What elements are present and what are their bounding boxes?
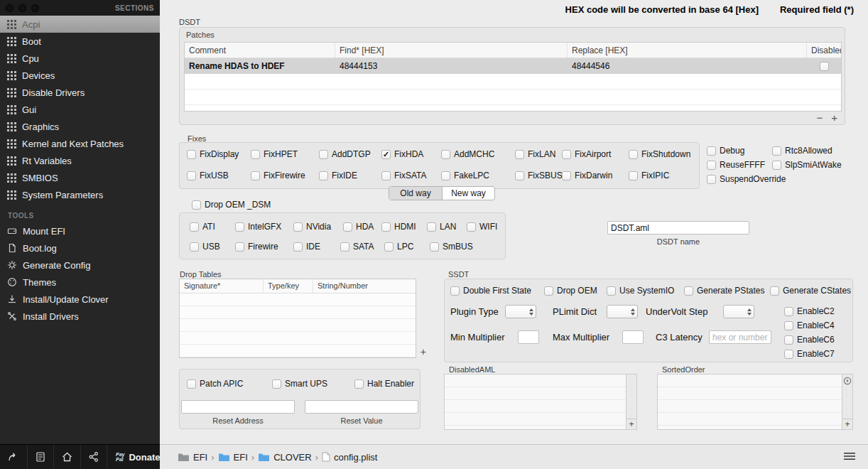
breadcrumb-config-plist[interactable]: config.plist [322,452,377,463]
c3-latency-input[interactable] [709,330,771,344]
column-disabled[interactable]: Disabled [807,43,841,58]
column-type-key[interactable]: Type/key [264,279,313,293]
checkbox-fixlan[interactable]: FixLAN [515,149,562,159]
sorted-order-list[interactable]: + [657,374,853,430]
plugin-type-dropdown[interactable] [505,305,536,318]
column-signature[interactable]: Signature* [180,279,264,293]
sidebar-item-install-update-clover[interactable]: Install/Update Clover [0,291,160,308]
column-find-hex[interactable]: Find* [HEX] [335,43,568,58]
plimit-dict-dropdown[interactable] [607,305,638,318]
segment-old-way[interactable]: Old way [389,187,442,200]
add-sorted-order-button[interactable]: + [842,419,852,429]
checkbox-fixfirewire[interactable]: FixFirewire [251,171,319,180]
sidebar-item-mount-efi[interactable]: Mount EFI [0,222,160,239]
checkbox-generate-cstates[interactable]: Generate CStates [770,286,851,296]
patch-row-rename-hdas[interactable]: Rename HDAS to HDEF 48444153 48444546 [185,58,841,74]
disabled-aml-list[interactable]: + [444,374,637,430]
checkbox-wifi[interactable]: WIFI [467,222,497,232]
sidebar-item-devices[interactable]: Devices [0,67,160,84]
checkbox-fakelpc[interactable]: FakeLPC [441,171,515,180]
checkbox-fixhda[interactable]: FixHDA [381,149,441,159]
sidebar-item-cpu[interactable]: Cpu [0,50,160,67]
share-button[interactable] [0,445,28,469]
drop-tables-table[interactable]: Signature* Type/key String/Number [179,279,416,358]
checkbox-drop-oem[interactable]: Drop OEM [544,286,597,296]
export-config-button[interactable] [28,445,54,469]
sidebar-item-smbios[interactable]: SMBIOS [0,169,160,186]
sidebar-item-gui[interactable]: Gui [0,101,160,118]
sidebar-item-graphics[interactable]: Graphics [0,118,160,135]
checkbox-nvidia[interactable]: NVidia [293,222,331,232]
sidebar-item-generate-config[interactable]: Generate Config [0,257,160,274]
sidebar-item-disable-drivers[interactable]: Disable Drivers [0,84,160,101]
add-drop-table-button[interactable]: + [421,347,426,357]
sidebar-item-boot-log[interactable]: Boot.log [0,239,160,257]
sidebar-item-acpi[interactable]: Acpi [0,16,160,33]
checkbox-slpsmiatwake[interactable]: SlpSmiAtWake [772,160,842,170]
sidebar-item-install-drivers[interactable]: Install Drivers [0,308,160,325]
breadcrumb-clover[interactable]: CLOVER [258,452,311,463]
checkbox-halt-enabler[interactable]: Halt Enabler [354,379,414,389]
checkbox-hdmi[interactable]: HDMI [381,222,416,232]
checkbox-enablec6[interactable]: EnableC6 [784,335,835,345]
checkbox-lan[interactable]: LAN [427,222,456,232]
column-string-number[interactable]: String/Number [313,279,416,293]
checkbox-ide[interactable]: IDE [293,242,320,252]
checkbox-intelgfx[interactable]: IntelGFX [235,222,281,232]
checkbox-drop-oem-dsm[interactable]: Drop OEM _DSM [192,200,271,210]
checkbox-debug[interactable]: Debug [707,146,772,156]
checkbox-enablec2[interactable]: EnableC2 [784,306,835,316]
checkbox-sata[interactable]: SATA [340,242,374,252]
column-replace-hex[interactable]: Replace [HEX] [568,43,807,58]
checkbox-fixairport[interactable]: FixAirport [562,149,629,159]
checkbox-ati[interactable]: ATI [190,222,215,232]
patch-disabled-checkbox[interactable] [820,62,829,71]
sidebar-item-rt-variables[interactable]: Rt Variables [0,152,160,169]
checkbox-fixdisplay[interactable]: FixDisplay [187,149,251,159]
checkbox-hda[interactable]: HDA [343,222,374,232]
checkbox-enablec7[interactable]: EnableC7 [784,349,835,359]
reset-address-input[interactable] [181,400,295,414]
checkbox-enablec4[interactable]: EnableC4 [784,320,835,330]
checkbox-adddtgp[interactable]: AddDTGP [319,149,381,159]
sidebar-item-boot[interactable]: Boot [0,33,160,50]
checkbox-firewire[interactable]: Firewire [235,242,278,252]
checkbox-patch-apic[interactable]: Patch APIC [187,379,243,389]
reset-value-input[interactable] [305,400,418,414]
add-disabled-aml-button[interactable]: + [626,419,636,429]
max-multiplier-input[interactable] [622,330,644,344]
checkbox-usb[interactable]: USB [190,242,220,252]
menu-button[interactable] [844,452,855,463]
checkbox-use-systemio[interactable]: Use SystemIO [607,286,674,296]
checkbox-fixide[interactable]: FixIDE [319,171,381,180]
patches-table[interactable]: Comment Find* [HEX] Replace [HEX] Disabl… [184,42,842,112]
checkbox-fixshutdown[interactable]: FixShutdown [629,149,690,159]
checkbox-smart-ups[interactable]: Smart UPS [272,379,327,389]
checkbox-fixhpet[interactable]: FixHPET [251,149,319,159]
undervolt-step-dropdown[interactable] [723,305,754,318]
checkbox-fixipic[interactable]: FixIPIC [629,171,690,180]
checkbox-reuseffff[interactable]: ReuseFFFF [707,160,772,170]
checkbox-addmchc[interactable]: AddMCHC [441,149,515,159]
remove-patch-button[interactable]: − [816,112,823,123]
close-window-button[interactable] [6,4,13,12]
checkbox-fixsata[interactable]: FixSATA [381,171,441,180]
dsdt-name-input[interactable] [607,221,749,234]
add-patch-button[interactable]: + [831,112,837,123]
breadcrumb-efi[interactable]: EFI [218,452,248,463]
checkbox-double-first-state[interactable]: Double First State [450,286,531,296]
eye-icon[interactable] [843,377,852,385]
checkbox-rtc8allowed[interactable]: Rtc8Allowed [772,146,842,156]
share-nodes-button[interactable] [81,445,107,469]
sidebar-item-system-parameters[interactable]: System Parameters [0,186,160,203]
checkbox-suspendoverride[interactable]: SuspendOverride [707,174,772,184]
minimize-window-button[interactable] [18,4,26,12]
column-comment[interactable]: Comment [185,43,335,58]
sidebar-item-themes[interactable]: Themes [0,274,160,291]
home-button[interactable] [54,445,81,469]
min-multiplier-input[interactable] [518,330,539,344]
sidebar-item-kernel-and-kext-patches[interactable]: Kernel and Kext Patches [0,135,160,152]
segment-new-way[interactable]: New way [442,187,494,200]
checkbox-smbus[interactable]: SmBUS [430,242,473,252]
checkbox-fixsbus[interactable]: FixSBUS [515,171,562,180]
